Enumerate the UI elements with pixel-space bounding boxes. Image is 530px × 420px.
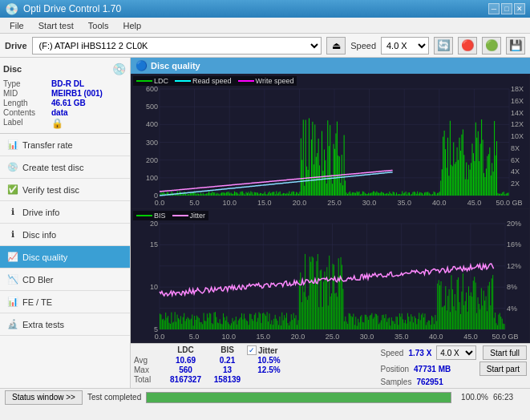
speed-stat-row: Speed 1.73 X 4.0 X Start full [380, 345, 527, 360]
legend-bis: BIS [136, 212, 166, 220]
nav-disc-quality[interactable]: 📈 Disc quality [0, 246, 130, 269]
eject-button[interactable]: ⏏ [326, 37, 346, 55]
stats-headers-row: LDC BIS ✓ Jitter [134, 345, 369, 355]
jitter-color [172, 215, 188, 216]
right-stats: Speed 1.73 X 4.0 X Start full Position 4… [380, 345, 527, 386]
position-label: Position [380, 365, 409, 374]
jitter-checkbox[interactable]: ✓ [247, 345, 257, 355]
disc-length-row: Length 46.61 GB [3, 99, 127, 107]
disc-type-row: Type BD-R DL [3, 79, 127, 88]
speed-dropdown[interactable]: 4.0 X [436, 345, 476, 360]
chart1-canvas [131, 75, 529, 208]
disc-label-key: Label [3, 118, 51, 129]
avg-jitter: 10.5% [247, 356, 291, 365]
nav-verify-test-disc[interactable]: ✅ Verify test disc [0, 179, 130, 201]
stats-total-row: Total 8167327 158139 [134, 375, 369, 384]
legend-bis-label: BIS [154, 212, 166, 220]
cd-bler-icon: 📉 [6, 273, 19, 286]
title-bar-title: 💿 Opti Drive Control 1.70 [5, 2, 121, 15]
transfer-rate-icon: 📊 [6, 139, 19, 151]
menu-file[interactable]: File [3, 19, 30, 32]
max-label: Max [134, 365, 162, 374]
nav-disc-info[interactable]: ℹ Disc info [0, 224, 130, 246]
max-bis: 13 [209, 365, 245, 374]
minimize-button[interactable]: ─ [488, 3, 500, 14]
stats-row: LDC BIS ✓ Jitter Avg 10.69 0.21 10.5% [134, 345, 527, 386]
action-btn-2[interactable]: 🟢 [482, 37, 501, 55]
right-panel: 🔵 Disc quality LDC Read speed [131, 58, 530, 388]
title-bar: 💿 Opti Drive Control 1.70 ─ □ ✕ [0, 0, 530, 18]
menu-help[interactable]: Help [116, 19, 148, 32]
nav-extra-tests-label: Extra tests [22, 320, 64, 329]
col-jitter-label: Jitter [258, 346, 277, 355]
chart2-container: BIS Jitter [131, 209, 529, 342]
disc-quality-title: Disc quality [151, 61, 200, 71]
disc-length-key: Length [3, 99, 51, 107]
legend-read-speed-label: Read speed [192, 77, 232, 85]
drive-label: Drive [5, 41, 27, 50]
max-ldc: 560 [164, 365, 208, 374]
disc-contents-val: data [51, 108, 68, 117]
drive-info-icon: ℹ [6, 206, 19, 219]
legend-ldc-label: LDC [154, 77, 168, 85]
stats-avg-row: Avg 10.69 0.21 10.5% [134, 356, 369, 365]
disc-section-title: Disc [3, 64, 22, 74]
verify-test-disc-icon: ✅ [6, 184, 19, 196]
col-bis: BIS [209, 345, 245, 355]
sidebar: Disc 💿 Type BD-R DL MID MEIRB1 (001) Len… [0, 58, 131, 388]
disc-length-val: 46.61 GB [51, 99, 86, 107]
refresh-button[interactable]: 🔄 [434, 37, 453, 55]
chart2-canvas [131, 209, 529, 342]
start-part-button[interactable]: Start part [479, 361, 527, 376]
progress-percent: 100.0% [456, 393, 488, 402]
disc-section: Disc 💿 Type BD-R DL MID MEIRB1 (001) Len… [0, 58, 130, 134]
legend-jitter-label: Jitter [190, 212, 206, 220]
progress-bar [146, 392, 451, 403]
ldc-color [136, 80, 152, 82]
charts-container: LDC Read speed Write speed [131, 74, 530, 343]
extra-tests-icon: 🔬 [6, 318, 19, 331]
chart1-legend: LDC Read speed Write speed [133, 76, 297, 86]
nav-fe-te[interactable]: 📊 FE / TE [0, 291, 130, 313]
menu-tools[interactable]: Tools [82, 19, 115, 32]
nav-cd-bler-label: CD Bler [22, 275, 54, 285]
nav-transfer-rate[interactable]: 📊 Transfer rate [0, 134, 130, 156]
action-btn-1[interactable]: 🔴 [458, 37, 477, 55]
main-content: Disc 💿 Type BD-R DL MID MEIRB1 (001) Len… [0, 58, 530, 388]
speed-select[interactable]: 4.0 X [381, 37, 429, 55]
start-full-button[interactable]: Start full [483, 345, 527, 360]
bis-color [136, 215, 152, 216]
nav-fe-te-label: FE / TE [22, 297, 52, 307]
disc-contents-row: Contents data [3, 108, 127, 117]
stats-max-row: Max 560 13 12.5% [134, 365, 369, 374]
nav-transfer-rate-label: Transfer rate [22, 140, 73, 150]
read-speed-color [175, 80, 191, 82]
disc-contents-key: Contents [3, 108, 51, 117]
legend-ldc: LDC [136, 77, 168, 85]
menu-start-test[interactable]: Start test [32, 19, 80, 32]
status-window-button[interactable]: Status window >> [5, 390, 83, 405]
disc-quality-icon: 📈 [6, 251, 19, 264]
speed-value: 1.73 X [408, 349, 431, 357]
app-title: Opti Drive Control 1.70 [23, 3, 121, 14]
close-button[interactable]: ✕ [514, 3, 525, 14]
max-jitter: 12.5% [247, 365, 291, 374]
nav-drive-info[interactable]: ℹ Drive info [0, 201, 130, 224]
nav-create-test-disc[interactable]: 💿 Create test disc [0, 156, 130, 179]
chart1-container: LDC Read speed Write speed [131, 75, 529, 208]
disc-mid-val: MEIRB1 (001) [51, 89, 103, 98]
stats-spacer [134, 345, 162, 355]
total-ldc: 8167327 [164, 375, 208, 384]
nav-drive-info-label: Drive info [22, 208, 59, 217]
maximize-button[interactable]: □ [501, 3, 512, 14]
status-text: Test completed [87, 393, 141, 402]
nav-cd-bler[interactable]: 📉 CD Bler [0, 269, 130, 291]
legend-write-speed: Write speed [238, 77, 294, 85]
nav-extra-tests[interactable]: 🔬 Extra tests [0, 313, 130, 336]
disc-info-icon: ℹ [6, 228, 19, 241]
save-button[interactable]: 💾 [506, 37, 525, 55]
disc-quality-header: 🔵 Disc quality [131, 58, 530, 74]
drive-select[interactable]: (F:) ATAPI iHBS112 2 CL0K [32, 37, 322, 55]
disc-label-icon: 🔒 [51, 118, 63, 129]
samples-value: 762951 [416, 378, 443, 386]
